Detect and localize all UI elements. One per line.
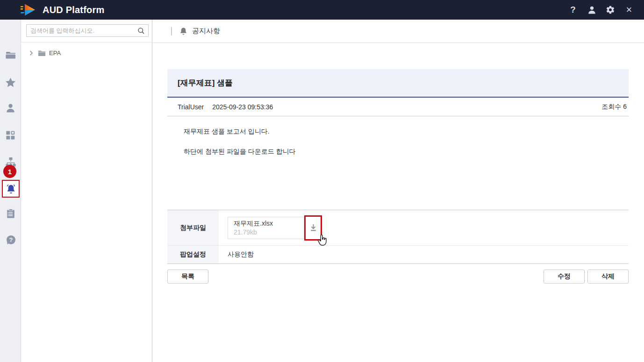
- user-profile-button[interactable]: [582, 0, 601, 20]
- search-icon[interactable]: [137, 27, 145, 35]
- tree-list: EPA: [21, 42, 152, 60]
- tree-panel: EPA: [21, 20, 152, 362]
- edit-button[interactable]: 수정: [544, 270, 585, 284]
- help-icon: ?: [570, 5, 576, 15]
- sidebar-item-tasks[interactable]: [0, 208, 21, 219]
- attachment-value: 재무제표.xlsx 21.79kb: [219, 215, 629, 241]
- bell-icon: [179, 27, 188, 35]
- close-icon: ×: [626, 4, 632, 16]
- chevron-right-icon[interactable]: [29, 50, 33, 56]
- folder-icon: [5, 50, 16, 61]
- help-button[interactable]: ?: [564, 0, 582, 20]
- notice-view-count: 조회수 6: [601, 103, 627, 111]
- app-title: AUD Platform: [43, 5, 104, 15]
- sidebar-item-notices-active[interactable]: [2, 180, 20, 198]
- gear-icon: [606, 5, 615, 14]
- app-window: AUD Platform ? ×: [0, 0, 644, 362]
- top-header-bar: AUD Platform ? ×: [0, 0, 644, 20]
- attachment-label: 첨부파일: [167, 210, 219, 245]
- star-icon: [5, 77, 16, 88]
- sidebar-nav: 1 ?: [0, 20, 21, 362]
- app-logo: AUD Platform: [21, 3, 104, 16]
- notice-actions: 목록 수정 삭제: [167, 270, 629, 284]
- search-input[interactable]: [27, 27, 137, 34]
- download-file-button[interactable]: [304, 215, 322, 241]
- sidebar-item-help[interactable]: ?: [0, 234, 21, 246]
- user-icon: [587, 5, 597, 15]
- tree-node-epa[interactable]: EPA: [21, 45, 152, 60]
- tree-search-box: [26, 24, 149, 37]
- topbar-actions: ? ×: [564, 0, 638, 20]
- page-title: 공지사항: [192, 27, 220, 35]
- sidebar-item-apps[interactable]: [0, 130, 21, 141]
- apps-grid-icon: [5, 130, 16, 141]
- folder-icon: [38, 50, 46, 57]
- notice-datetime: 2025-09-23 09:53:36: [212, 103, 273, 111]
- popup-setting-row: 팝업설정 사용안함: [167, 245, 629, 263]
- notice-body-line: 하단에 첨부된 파일을 다운로드 합니다: [184, 148, 629, 156]
- page-header: 공지사항: [152, 20, 644, 43]
- help-bubble-icon: ?: [5, 234, 16, 246]
- notice-body-line: 재무제표 샘플 보고서 입니다.: [184, 128, 629, 136]
- main-content: 공지사항 [재무제표] 샘플 TrialUser 2025-09-23 09:5…: [152, 20, 644, 362]
- clipboard-icon: [6, 208, 16, 219]
- notice-title-bar: [재무제표] 샘플: [167, 69, 629, 98]
- delete-button[interactable]: 삭제: [587, 270, 629, 284]
- svg-text:?: ?: [9, 236, 13, 243]
- sidebar-item-documents[interactable]: [0, 50, 21, 61]
- user-icon: [5, 103, 16, 114]
- popup-setting-value: 사용안함: [219, 250, 629, 259]
- notice-body: 재무제표 샘플 보고서 입니다. 하단에 첨부된 파일을 다운로드 합니다: [167, 116, 629, 210]
- notice-author: TrialUser: [178, 103, 204, 111]
- notification-badge: 1: [3, 165, 16, 178]
- sidebar-item-favorites[interactable]: [0, 77, 21, 88]
- sidebar-item-users[interactable]: [0, 103, 21, 114]
- bell-icon: [6, 184, 16, 194]
- notice-info-row: TrialUser 2025-09-23 09:53:36 조회수 6: [167, 98, 629, 116]
- tree-node-label: EPA: [49, 50, 61, 57]
- notice-title: [재무제표] 샘플: [178, 78, 233, 88]
- settings-button[interactable]: [601, 0, 620, 20]
- file-size: 21.79kb: [234, 228, 298, 236]
- notice-meta-table: 첨부파일 재무제표.xlsx 21.79kb: [167, 210, 629, 264]
- close-window-button[interactable]: ×: [620, 0, 638, 20]
- logo-arrow-icon: [21, 3, 37, 16]
- header-divider-bar: [171, 27, 172, 35]
- download-icon: [309, 224, 317, 232]
- attachment-row: 첨부파일 재무제표.xlsx 21.79kb: [167, 210, 629, 245]
- popup-setting-label: 팝업설정: [167, 246, 219, 263]
- attached-file-item[interactable]: 재무제표.xlsx 21.79kb: [228, 217, 304, 239]
- list-button[interactable]: 목록: [167, 270, 208, 284]
- notice-detail: [재무제표] 샘플 TrialUser 2025-09-23 09:53:36 …: [167, 69, 629, 284]
- file-name: 재무제표.xlsx: [234, 220, 298, 228]
